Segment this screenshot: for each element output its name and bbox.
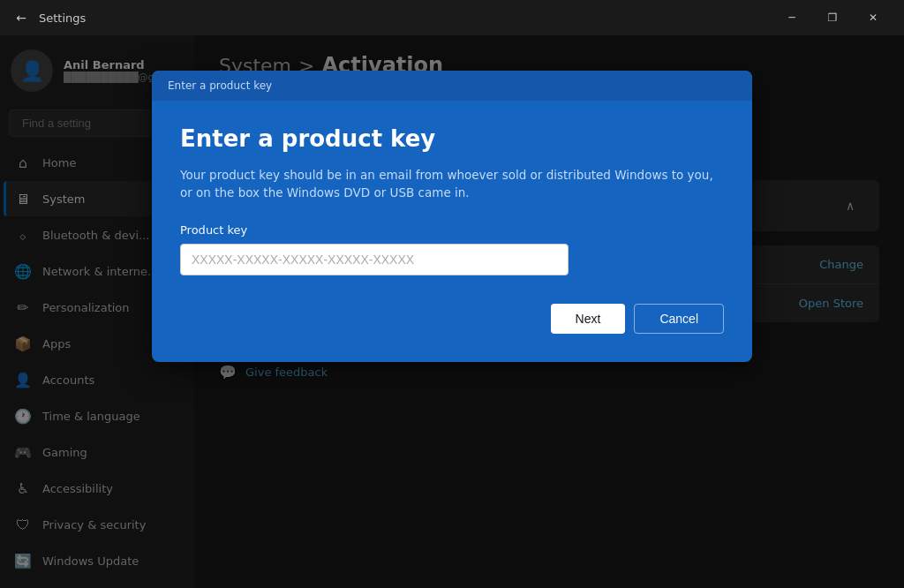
modal-overlay: Enter a product key Enter a product key …: [0, 35, 904, 588]
window-controls: ─ ❐ ✕: [772, 0, 893, 35]
modal-header-bar: Enter a product key: [152, 71, 752, 101]
next-button[interactable]: Next: [551, 304, 626, 334]
modal-footer: Next Cancel: [180, 304, 724, 334]
product-key-label: Product key: [180, 223, 724, 237]
modal-title: Enter a product key: [180, 125, 724, 152]
modal-body: Enter a product key Your product key sho…: [152, 101, 752, 362]
app-title: Settings: [39, 11, 765, 25]
back-button[interactable]: ←: [11, 7, 32, 28]
product-key-input[interactable]: [180, 244, 569, 275]
modal-description: Your product key should be in an email f…: [180, 166, 724, 202]
modal-header-text: Enter a product key: [168, 79, 272, 92]
minimize-button[interactable]: ─: [772, 0, 812, 35]
maximize-button[interactable]: ❐: [812, 0, 853, 35]
product-key-modal: Enter a product key Enter a product key …: [152, 71, 752, 362]
close-button[interactable]: ✕: [853, 0, 893, 35]
cancel-button[interactable]: Cancel: [634, 304, 724, 334]
titlebar: ← Settings ─ ❐ ✕: [0, 0, 904, 35]
